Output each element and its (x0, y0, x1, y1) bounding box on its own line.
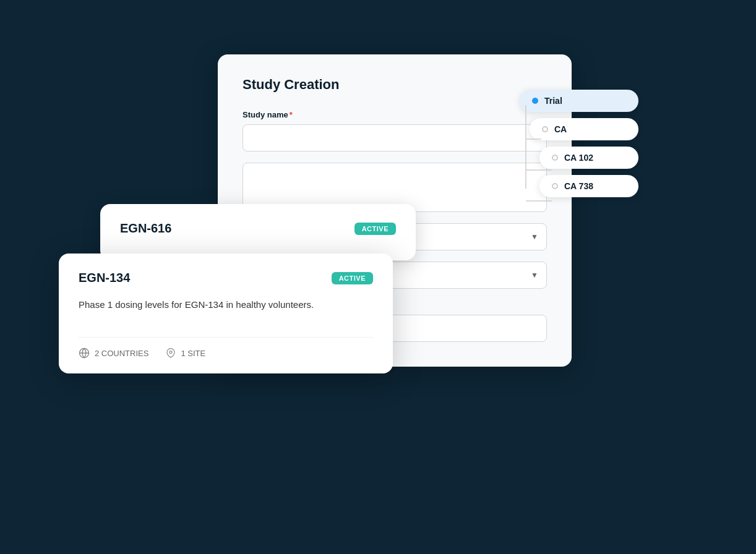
svg-point-7 (170, 351, 172, 354)
study-name-label: Study name* (243, 110, 547, 119)
tree-label-ca738: CA 738 (564, 181, 593, 191)
egn134-title: EGN-134 (79, 271, 130, 285)
tree-panel: Trial CA CA 102 CA 738 (520, 90, 638, 197)
study-creation-title: Study Creation (243, 77, 547, 93)
tree-item-ca[interactable]: CA (530, 118, 638, 140)
tree-item-ca102[interactable]: CA 102 (539, 147, 638, 169)
egn616-badge: ACTIVE (354, 223, 396, 235)
egn616-title: EGN-616 (120, 221, 171, 236)
egn134-badge: ACTIVE (332, 272, 373, 284)
egn134-description: Phase 1 dosing levels for EGN-134 in hea… (79, 297, 373, 312)
tree-item-trial[interactable]: Trial (520, 90, 638, 112)
tree-dot-ca102 (552, 155, 558, 161)
tree-dot-ca (542, 126, 548, 132)
countries-count: 2 COUNTRIES (95, 349, 148, 358)
required-indicator: * (290, 110, 293, 119)
egn616-header: EGN-616 ACTIVE (120, 221, 396, 236)
egn616-card: EGN-616 ACTIVE (100, 204, 416, 260)
study-name-input[interactable] (243, 124, 547, 151)
location-icon (166, 347, 176, 359)
tree-label-ca: CA (554, 124, 567, 134)
countries-stat: 2 COUNTRIES (79, 347, 148, 359)
sites-count: 1 SITE (181, 349, 205, 358)
tree-label-trial: Trial (544, 96, 562, 106)
egn134-header: EGN-134 ACTIVE (79, 271, 373, 285)
egn134-footer: 2 COUNTRIES 1 SITE (79, 337, 373, 359)
egn134-card: EGN-134 ACTIVE Phase 1 dosing levels for… (59, 254, 393, 373)
tree-label-ca102: CA 102 (564, 153, 593, 163)
globe-icon (79, 347, 90, 359)
sites-stat: 1 SITE (166, 347, 205, 359)
tree-dot-ca738 (552, 183, 558, 189)
tree-dot-trial (532, 98, 538, 104)
tree-item-ca738[interactable]: CA 738 (539, 175, 638, 197)
